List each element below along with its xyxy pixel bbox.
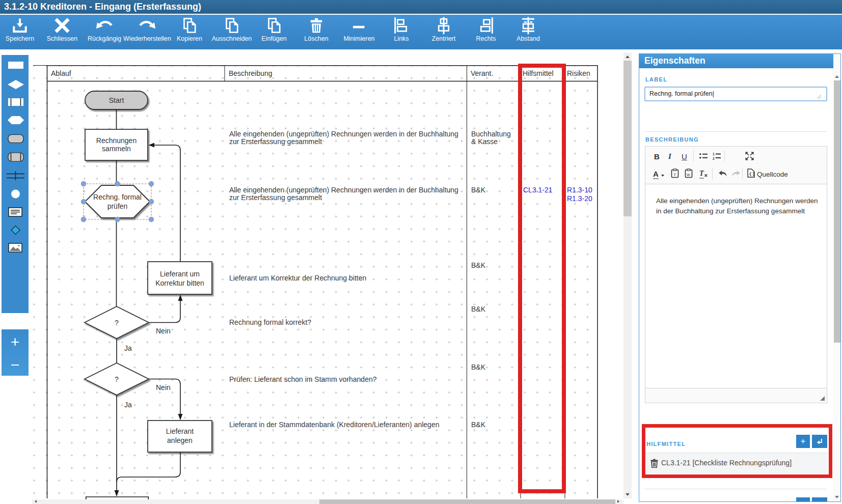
svg-text:B&K: B&K xyxy=(471,261,486,269)
svg-text:Ja: Ja xyxy=(124,344,132,352)
svg-text:R1.3-10: R1.3-10 xyxy=(567,186,592,194)
svg-text:2: 2 xyxy=(713,157,715,160)
svg-text:1: 1 xyxy=(713,152,715,156)
svg-text:Lieferant um: Lieferant um xyxy=(160,270,200,278)
svg-text:anlegen: anlegen xyxy=(167,436,193,444)
svg-text:B&K: B&K xyxy=(471,421,486,429)
svg-text:Ja: Ja xyxy=(124,401,132,409)
svg-text:Prüfen: Lieferant schon im Sta: Prüfen: Lieferant schon im Stamm vorhand… xyxy=(229,375,377,383)
svg-text:& Kasse: & Kasse xyxy=(471,137,498,146)
svg-text:Lieferant um Korrektur der Rec: Lieferant um Korrektur der Rechnung bitt… xyxy=(229,274,366,282)
svg-text:Korrektur bitten: Korrektur bitten xyxy=(155,279,204,287)
svg-text:?: ? xyxy=(115,375,119,383)
svg-text:zur Ersterfassung gesammelt: zur Ersterfassung gesammelt xyxy=(229,193,322,202)
svg-text:❬❭: ❬❭ xyxy=(749,172,755,177)
svg-text:W: W xyxy=(687,173,690,177)
svg-text:Nein: Nein xyxy=(156,327,171,335)
svg-text:Ablauf: Ablauf xyxy=(51,69,71,77)
svg-text:Rechnung formal korrekt?: Rechnung formal korrekt? xyxy=(229,318,311,326)
svg-text:?: ? xyxy=(115,319,119,327)
svg-text:Verant.: Verant. xyxy=(471,69,493,77)
svg-text:Alle eingehenden (ungeprüften): Alle eingehenden (ungeprüften) Rechnunge… xyxy=(229,186,458,194)
svg-text:Lieferant in der Stammdatenban: Lieferant in der Stammdatenbank (Kredito… xyxy=(229,421,439,429)
svg-text:Rechng. formal: Rechng. formal xyxy=(93,193,142,201)
svg-text:Nein: Nein xyxy=(156,383,171,391)
svg-text:CL3.1-21: CL3.1-21 xyxy=(523,186,553,194)
svg-text:Rechnungen: Rechnungen xyxy=(96,136,137,145)
svg-text:Hilfsmittel: Hilfsmittel xyxy=(523,69,554,77)
svg-text:Start: Start xyxy=(109,96,124,104)
svg-text:B&K: B&K xyxy=(471,186,486,194)
svg-text:Alle eingehenden (ungeprüften): Alle eingehenden (ungeprüften) Rechnunge… xyxy=(229,130,458,138)
svg-text:Risiken: Risiken xyxy=(567,69,590,77)
svg-text:Buchhaltung: Buchhaltung xyxy=(471,130,511,138)
svg-text:R1.3-20: R1.3-20 xyxy=(567,194,592,203)
svg-text:zur Ersterfassung gesammelt: zur Ersterfassung gesammelt xyxy=(229,137,322,146)
svg-text:T: T xyxy=(673,173,676,177)
svg-text:prüfen: prüfen xyxy=(107,202,128,210)
svg-text:Lieferant: Lieferant xyxy=(166,427,194,435)
svg-text:Beschreibung: Beschreibung xyxy=(229,69,273,77)
svg-text:B&K: B&K xyxy=(471,363,486,371)
svg-text:B&K: B&K xyxy=(471,305,486,313)
svg-text:sammeln: sammeln xyxy=(102,145,131,153)
